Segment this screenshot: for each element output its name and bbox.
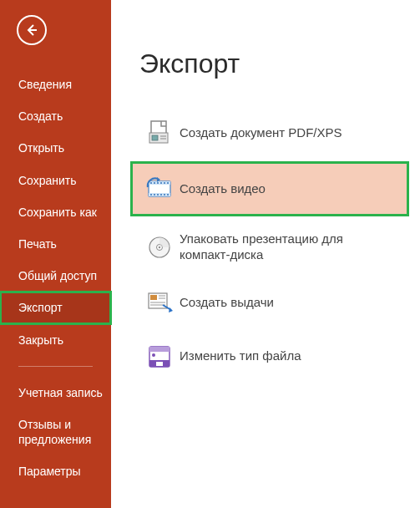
sidebar-item-new[interactable]: Создать [0, 100, 111, 132]
sidebar: Сведения Создать Открыть Сохранить Сохра… [0, 0, 111, 508]
svg-rect-19 [164, 194, 165, 196]
sidebar-item-label: Экспорт [18, 301, 63, 314]
sidebar-item-label: Сохранить как [18, 206, 97, 219]
sidebar-item-label: Закрыть [18, 333, 63, 347]
sidebar-separator [18, 366, 93, 367]
svg-rect-33 [149, 347, 170, 352]
svg-point-36 [152, 353, 155, 357]
svg-rect-12 [160, 182, 162, 184]
export-option-list: Создать документ PDF/XPS Создать видео [111, 108, 420, 382]
sidebar-item-label: Сохранить [18, 174, 77, 187]
export-option-label: Упаковать презентацию для компакт-диска [180, 231, 395, 263]
main-area: Экспорт Создать документ PDF/XPS [111, 0, 420, 508]
sidebar-item-label: Печать [18, 237, 57, 251]
svg-rect-26 [150, 295, 157, 300]
handouts-icon [139, 290, 180, 317]
svg-rect-3 [152, 135, 158, 140]
export-option-label: Создать документ PDF/XPS [180, 125, 342, 141]
sidebar-item-label: Общий доступ [18, 269, 97, 282]
sidebar-item-save[interactable]: Сохранить [0, 165, 111, 196]
sidebar-item-account[interactable]: Учетная запись [0, 377, 111, 409]
cd-icon [139, 234, 180, 261]
video-icon [139, 175, 180, 202]
sidebar-item-save-as[interactable]: Сохранить как [0, 196, 111, 228]
svg-rect-16 [154, 194, 155, 196]
svg-rect-10 [154, 182, 155, 184]
export-option-filetype[interactable]: Изменить тип файла [133, 332, 407, 382]
sidebar-item-label: Учетная запись [18, 386, 103, 399]
export-option-video[interactable]: Создать видео [130, 161, 409, 216]
sidebar-item-share[interactable]: Общий доступ [0, 260, 111, 292]
page-title: Экспорт [139, 48, 420, 79]
export-option-label: Создать видео [180, 181, 266, 197]
sidebar-item-label: Создать [18, 109, 63, 123]
svg-rect-20 [167, 194, 169, 196]
export-option-handouts[interactable]: Создать выдачи [133, 278, 407, 328]
sidebar-item-print[interactable]: Печать [0, 228, 111, 260]
svg-rect-9 [150, 182, 152, 184]
sidebar-item-label: Открыть [18, 141, 64, 155]
svg-rect-14 [167, 182, 169, 184]
svg-rect-35 [156, 362, 163, 366]
sidebar-item-open[interactable]: Открыть [0, 132, 111, 164]
sidebar-item-export[interactable]: Экспорт [0, 292, 111, 323]
arrow-left-icon [24, 23, 39, 38]
sidebar-item-label: Отзывы и предложения [18, 418, 91, 446]
export-option-label: Изменить тип файла [180, 348, 301, 364]
sidebar-item-options[interactable]: Параметры [0, 455, 111, 487]
sidebar-item-label: Сведения [18, 78, 72, 91]
back-button[interactable] [17, 15, 47, 45]
svg-rect-18 [160, 194, 162, 196]
pdf-xps-icon [139, 119, 180, 146]
export-option-pdf-xps[interactable]: Создать документ PDF/XPS [133, 108, 407, 158]
sidebar-item-feedback[interactable]: Отзывы и предложения [0, 409, 111, 455]
sidebar-item-label: Параметры [18, 465, 81, 478]
export-option-cd[interactable]: Упаковать презентацию для компакт-диска [133, 220, 407, 275]
svg-rect-17 [157, 194, 159, 196]
export-option-label: Создать выдачи [180, 295, 274, 311]
svg-rect-11 [157, 182, 159, 184]
svg-rect-15 [150, 194, 152, 196]
svg-rect-13 [164, 182, 165, 184]
sidebar-item-close[interactable]: Закрыть [0, 324, 111, 356]
filetype-icon [139, 343, 180, 370]
sidebar-item-info[interactable]: Сведения [0, 69, 111, 100]
